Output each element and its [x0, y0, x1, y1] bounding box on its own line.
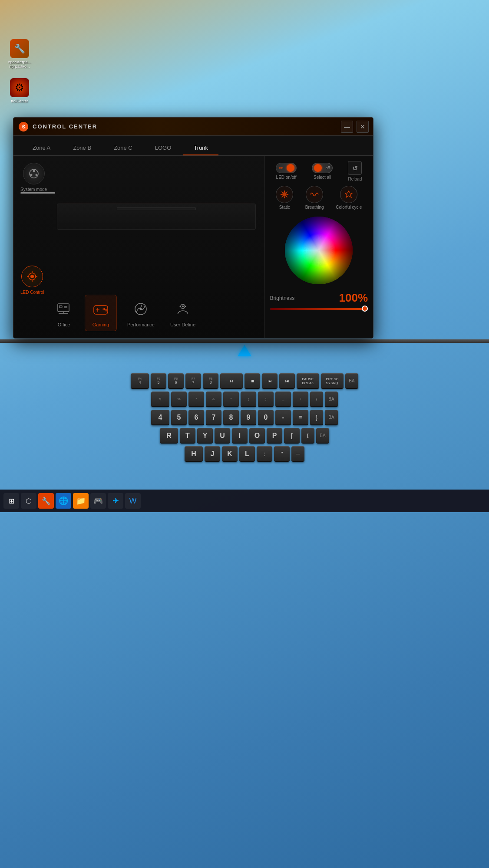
mode-office[interactable]: Office [48, 295, 79, 331]
key-4[interactable]: 4 [151, 410, 169, 425]
key-extra-r[interactable]: BA [325, 410, 338, 425]
key-5[interactable]: 5 [171, 410, 187, 425]
key-minus[interactable]: - [275, 410, 291, 425]
key-prtsc[interactable]: PRT SCSYSRQ [321, 373, 344, 389]
mode-gaming[interactable]: Gaming [85, 295, 117, 331]
brightness-thumb[interactable] [362, 306, 368, 312]
window-controls: — ✕ [341, 121, 369, 133]
color-wheel[interactable] [284, 216, 354, 285]
effect-breathing[interactable]: Breathing [305, 186, 324, 210]
key-f7[interactable]: F77 [185, 373, 201, 389]
mode-user-define[interactable]: User Define [165, 295, 201, 331]
key-f5[interactable]: F55 [151, 373, 166, 389]
key-9[interactable]: 9 [241, 410, 256, 425]
key-rbracket[interactable]: [ [301, 428, 314, 444]
mode-performance-label: Performance [127, 322, 155, 327]
desktop-icon-1[interactable]: 🔧 просмотре...прграмно... [4, 39, 35, 69]
port-indicator [117, 207, 196, 210]
taskbar-icon-app5[interactable]: ✈ [108, 493, 123, 509]
mode-user-define-icon [172, 299, 193, 319]
key-u[interactable]: U [215, 428, 230, 444]
key-6[interactable]: 6 [188, 410, 204, 425]
led-control-icon [21, 266, 43, 287]
taskbar-icon-app4[interactable]: 🎮 [90, 493, 106, 509]
desktop-icon-2[interactable]: ⚙ trolCenter [4, 78, 35, 103]
key-lbracket[interactable]: [ [284, 428, 300, 444]
key-f10[interactable]: ⏹ [244, 373, 260, 389]
key-f11[interactable]: ⏮ [262, 373, 278, 389]
key-caret[interactable]: ^ [188, 391, 204, 407]
key-7[interactable]: 7 [206, 410, 221, 425]
brightness-value: 100% [339, 291, 368, 305]
effect-static[interactable]: Static [276, 186, 293, 210]
app-title: CONTROL CENTER [33, 123, 97, 130]
key-percent[interactable]: % [171, 391, 187, 407]
key-i[interactable]: I [232, 428, 248, 444]
title-bar: ⚙ CONTROL CENTER — ✕ [13, 118, 373, 136]
key-o[interactable]: O [249, 428, 265, 444]
tab-logo[interactable]: LOGO [145, 141, 182, 155]
key-rbrace[interactable]: } [310, 410, 323, 425]
key-h[interactable]: H [185, 446, 203, 462]
laptop-base-outline [57, 204, 256, 230]
taskbar-icon-app2[interactable]: 🌐 [56, 493, 71, 509]
key-j[interactable]: J [205, 446, 220, 462]
key-right-num[interactable]: BA [325, 391, 338, 407]
key-f12[interactable]: ⏭ [279, 373, 295, 389]
effect-colorful-cycle[interactable]: Colorful cycle [336, 186, 362, 210]
close-button[interactable]: ✕ [357, 121, 369, 133]
key-t[interactable]: T [180, 428, 195, 444]
key-pause[interactable]: PAUSEBREAK [297, 373, 319, 389]
minimize-button[interactable]: — [341, 121, 353, 133]
tab-zone-a[interactable]: Zone A [22, 141, 61, 155]
brightness-slider[interactable] [270, 308, 368, 310]
key-colon[interactable]: : [257, 446, 272, 462]
key-0[interactable]: 0 [258, 410, 274, 425]
key-asterisk[interactable]: * [223, 391, 239, 407]
key-lparen[interactable]: ( [241, 391, 256, 407]
key-quote[interactable]: " [274, 446, 290, 462]
taskbar-icon-app1[interactable]: 🔧 [38, 493, 54, 509]
key-ampersand[interactable]: & [206, 391, 221, 407]
app-icon: ⚙ [19, 122, 28, 132]
key-f4[interactable]: F44 [131, 373, 149, 389]
taskbar-icon-app6[interactable]: W [125, 493, 141, 509]
key-underscore[interactable]: _ [275, 391, 291, 407]
key-extra-r2[interactable]: BA [316, 428, 329, 444]
taskbar-icon-windows[interactable]: ⊞ [3, 493, 19, 509]
led-on-button[interactable]: on [276, 163, 297, 173]
key-f8[interactable]: F88 [203, 373, 218, 389]
led-control[interactable]: LED Control [20, 266, 44, 295]
key-f9[interactable]: ⏯ [220, 373, 243, 389]
taskbar-icon-app3[interactable]: 📁 [73, 493, 89, 509]
tab-trunk[interactable]: Trunk [183, 141, 218, 155]
key-p[interactable]: P [267, 428, 282, 444]
brightness-row: Brightness 100% [270, 291, 368, 310]
logo-triangle [238, 345, 251, 356]
key-lbrace[interactable]: { [310, 391, 323, 407]
mode-office-icon [53, 299, 74, 319]
key-equals[interactable]: = [293, 410, 308, 425]
key-f6[interactable]: F66 [168, 373, 184, 389]
key-k[interactable]: K [222, 446, 238, 462]
svg-point-25 [182, 306, 184, 307]
mode-performance[interactable]: Performance [122, 295, 160, 331]
effect-static-icon [276, 186, 293, 203]
key-right-extra[interactable]: BA [345, 373, 358, 389]
key-extra-r3[interactable]: — [291, 446, 304, 462]
reload-button[interactable]: ↺ [348, 161, 362, 175]
key-y[interactable]: Y [197, 428, 213, 444]
tab-zone-b[interactable]: Zone B [63, 141, 102, 155]
key-8[interactable]: 8 [223, 410, 239, 425]
key-rparen[interactable]: ) [258, 391, 274, 407]
select-all-button[interactable]: off [312, 163, 333, 173]
laptop-logo [236, 344, 253, 357]
color-wheel-canvas[interactable] [284, 216, 354, 285]
key-dollar[interactable]: $ [151, 391, 169, 407]
key-l[interactable]: L [239, 446, 255, 462]
key-r[interactable]: R [160, 428, 178, 444]
mode-gaming-label: Gaming [93, 322, 109, 327]
key-plus[interactable]: + [293, 391, 308, 407]
taskbar-icon-search[interactable]: ⬡ [21, 493, 36, 509]
tab-zone-c[interactable]: Zone C [103, 141, 143, 155]
